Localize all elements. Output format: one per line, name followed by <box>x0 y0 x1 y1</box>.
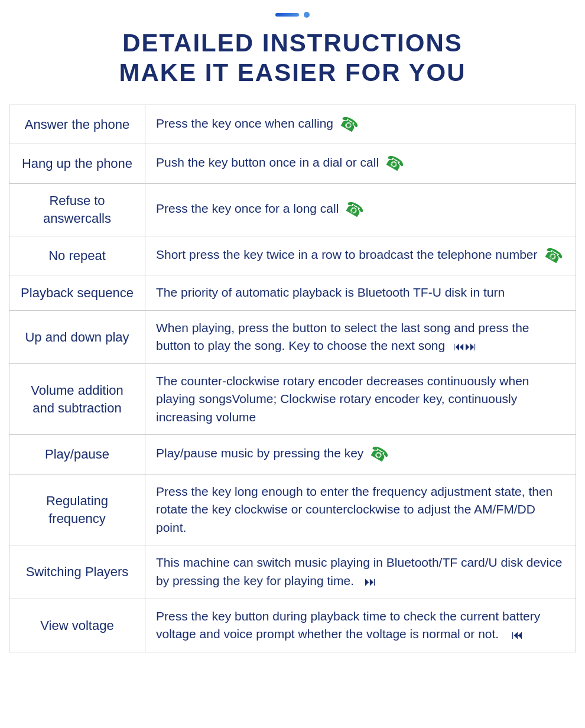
phone-icon: ☎ <box>340 196 368 225</box>
row-description: Short press the key twice in a row to br… <box>145 236 576 275</box>
table-row: Play/pausePlay/pause music by pressing t… <box>9 435 576 474</box>
table-row: Playback sequenceThe priority of automat… <box>9 275 576 310</box>
title-line2: MAKE IT EASIER FOR YOU <box>119 58 466 87</box>
title-block: DETAILED INSTRUCTIONS MAKE IT EASIER FOR… <box>119 28 466 88</box>
row-label: Play/pause <box>9 435 145 474</box>
dot-small <box>304 12 310 18</box>
row-label: No repeat <box>9 236 145 275</box>
table-row: Switching PlayersThis machine can switch… <box>9 545 576 599</box>
row-description: When playing, press the button to select… <box>145 310 576 363</box>
title-line1: DETAILED INSTRUCTIONS <box>119 28 466 58</box>
table-row: Regulating frequencyPress the key long e… <box>9 474 576 545</box>
top-decoration <box>275 12 310 18</box>
row-description: This machine can switch music playing in… <box>145 545 576 599</box>
table-row: View voltagePress the key button during … <box>9 599 576 652</box>
row-description: Push the key button once in a dial or ca… <box>145 144 576 184</box>
row-description: Press the key button during playback tim… <box>145 599 576 652</box>
table-row: Answer the phonePress the key once when … <box>9 105 576 144</box>
row-label: Switching Players <box>9 545 145 599</box>
table-row: Refuse to answercallsPress the key once … <box>9 184 576 236</box>
phone-icon: ☎ <box>381 150 408 178</box>
instructions-table: Answer the phonePress the key once when … <box>9 105 576 652</box>
prev-next-icon: ⏮⏭ <box>453 338 477 355</box>
row-description: Press the key once when calling☎ <box>145 105 576 144</box>
row-label: Playback sequence <box>9 275 145 310</box>
phone-icon: ☎ <box>539 241 567 270</box>
row-label: View voltage <box>9 599 145 652</box>
row-description: The counter-clockwise rotary encoder dec… <box>145 364 576 435</box>
table-row: Up and down playWhen playing, press the … <box>9 310 576 363</box>
phone-icon: ☎ <box>335 110 363 139</box>
row-label: Hang up the phone <box>9 144 145 184</box>
row-label: Volume addition and subtraction <box>9 364 145 435</box>
rewind-icon: ⏮ <box>512 626 524 644</box>
row-description: The priority of automatic playback is Bl… <box>145 275 576 310</box>
row-label: Up and down play <box>9 310 145 363</box>
dot-blue <box>275 13 299 17</box>
row-description: Play/pause music by pressing the key☎ <box>145 435 576 474</box>
table-row: No repeatShort press the key twice in a … <box>9 236 576 275</box>
row-label: Regulating frequency <box>9 474 145 545</box>
row-description: Press the key long enough to enter the f… <box>145 474 576 545</box>
row-label: Answer the phone <box>9 105 145 144</box>
row-label: Refuse to answercalls <box>9 184 145 236</box>
forward-icon: ⏭ <box>365 573 376 590</box>
table-row: Volume addition and subtractionThe count… <box>9 364 576 435</box>
phone-icon: ☎ <box>365 440 393 469</box>
table-row: Hang up the phonePush the key button onc… <box>9 144 576 184</box>
row-description: Press the key once for a long call☎ <box>145 184 576 236</box>
